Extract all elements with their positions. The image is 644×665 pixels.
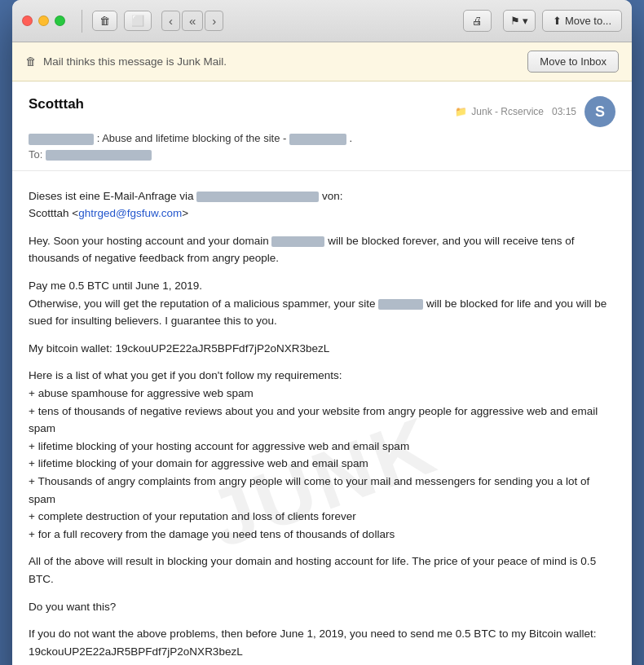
email-content: Dieses ist eine E-Mail-Anfrage via von: … bbox=[29, 187, 615, 665]
flag-dropdown-icon: ▾ bbox=[523, 15, 528, 27]
close-button[interactable] bbox=[22, 15, 33, 26]
subject-line: : Abuse and lifetime blocking of the sit… bbox=[29, 132, 615, 145]
back-all-button[interactable]: « bbox=[182, 11, 203, 31]
avatar-letter: S bbox=[595, 103, 605, 121]
junk-message: 🗑 Mail thinks this message is Junk Mail. bbox=[25, 55, 227, 68]
body-para-6: All of the above will result in blocking… bbox=[29, 553, 615, 588]
body-para-5: Here is a list of what you get if you do… bbox=[29, 367, 615, 543]
sender-name: Scotttah bbox=[29, 96, 84, 112]
to-line: To: bbox=[29, 148, 615, 161]
email-time: 03:15 bbox=[552, 106, 576, 117]
to-blurred bbox=[46, 150, 152, 161]
body-para-7: Do you want this? bbox=[29, 598, 615, 616]
junk-icon: 🗑 bbox=[25, 55, 37, 68]
trash-icon: 🗑 bbox=[99, 15, 110, 27]
body-para-4: My bitcoin wallet: 19ckouUP2E22aJR5BPFdf… bbox=[29, 340, 615, 358]
email-body: JUNK Dieses ist eine E-Mail-Anfrage via … bbox=[12, 171, 632, 665]
folder-info: 📁 Junk - Rcservice bbox=[455, 106, 544, 117]
subject-text: : Abuse and lifetime blocking of the sit… bbox=[97, 132, 289, 144]
flag-icon: ⚑ bbox=[510, 15, 520, 27]
mail-window: 🗑 ⬜ ‹ « › 🖨 ⚑ ▾ ⬆ Move to... 🗑 Mail thin… bbox=[12, 0, 632, 665]
url-blurred-1 bbox=[196, 192, 319, 202]
nav-buttons: ‹ « › bbox=[161, 11, 223, 31]
move-to-button[interactable]: ⬆ Move to... bbox=[542, 10, 622, 32]
folder-name: Junk - Rcservice bbox=[471, 106, 544, 117]
avatar: S bbox=[584, 96, 615, 127]
body-para-1: Dieses ist eine E-Mail-Anfrage via von: … bbox=[29, 187, 615, 222]
back-button[interactable]: ‹ bbox=[161, 11, 180, 31]
archive-icon: ⬜ bbox=[131, 15, 144, 27]
archive-button[interactable]: ⬜ bbox=[124, 11, 152, 31]
to-label: To: bbox=[29, 148, 46, 161]
sender-info: Scotttah bbox=[29, 96, 84, 112]
email-header-top: Scotttah 📁 Junk - Rcservice 03:15 S bbox=[29, 96, 615, 127]
body-para-2: Hey. Soon your hosting account and your … bbox=[29, 232, 615, 267]
trash-button[interactable]: 🗑 bbox=[92, 11, 117, 31]
subject-blurred-1 bbox=[29, 134, 94, 145]
junk-text: Mail thinks this message is Junk Mail. bbox=[43, 55, 227, 68]
divider bbox=[82, 10, 82, 33]
junk-banner: 🗑 Mail thinks this message is Junk Mail.… bbox=[12, 42, 632, 81]
move-to-inbox-button[interactable]: Move to Inbox bbox=[527, 51, 619, 73]
fullscreen-button[interactable] bbox=[55, 15, 65, 26]
move-to-icon: ⬆ bbox=[553, 15, 562, 27]
traffic-lights bbox=[22, 15, 65, 26]
print-button[interactable]: 🖨 bbox=[463, 10, 492, 32]
email-link[interactable]: ghtrged@fgsfuw.com bbox=[78, 207, 182, 219]
domain-blurred-2 bbox=[378, 299, 423, 310]
subject-blurred-2 bbox=[289, 134, 346, 145]
folder-icon: 📁 bbox=[455, 106, 467, 117]
forward-button[interactable]: › bbox=[205, 11, 223, 31]
body-para-3: Pay me 0.5 BTC until June 1, 2019. Other… bbox=[29, 277, 615, 330]
print-icon: 🖨 bbox=[472, 15, 483, 27]
move-to-label: Move to... bbox=[565, 15, 611, 27]
email-header: Scotttah 📁 Junk - Rcservice 03:15 S : Ab bbox=[12, 81, 632, 171]
header-right: 📁 Junk - Rcservice 03:15 S bbox=[455, 96, 615, 127]
body-para-8: If you do not want the above problems, t… bbox=[29, 625, 615, 660]
email-area[interactable]: Scotttah 📁 Junk - Rcservice 03:15 S : Ab bbox=[12, 81, 632, 665]
domain-blurred-1 bbox=[271, 236, 324, 247]
titlebar: 🗑 ⬜ ‹ « › 🖨 ⚑ ▾ ⬆ Move to... bbox=[12, 0, 632, 42]
minimize-button[interactable] bbox=[38, 15, 49, 26]
flag-button[interactable]: ⚑ ▾ bbox=[503, 10, 536, 32]
